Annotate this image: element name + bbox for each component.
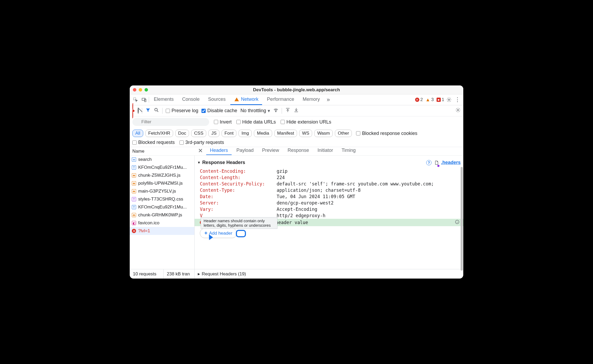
filter-pill-fetch[interactable]: Fetch/XHR — [145, 130, 173, 137]
network-settings-icon[interactable] — [455, 107, 461, 114]
highlight-annotation — [236, 230, 246, 237]
add-header-button[interactable]: + Add header — [200, 228, 237, 238]
filter-pill-other[interactable]: Other — [335, 130, 352, 137]
filter-pill-media[interactable]: Media — [254, 130, 272, 137]
response-header: Content-Length:224 — [195, 174, 463, 181]
throttling-select[interactable]: No throttling ▾ — [240, 108, 270, 114]
tab-memory[interactable]: Memory — [299, 94, 324, 105]
kebab-menu-icon[interactable]: ⋮ — [454, 96, 461, 103]
disable-cache-checkbox[interactable]: Disable cache — [201, 108, 237, 113]
console-warnings-count[interactable]: ▲3 — [425, 97, 434, 103]
filter-pill-font[interactable]: Font — [222, 130, 236, 137]
settings-gear-icon[interactable] — [445, 96, 453, 103]
filter-pill-manifest[interactable]: Manifest — [274, 130, 297, 137]
tab-console[interactable]: Console — [178, 94, 203, 105]
detail-tab-headers[interactable]: Headers — [206, 147, 232, 155]
status-requests: 10 requests — [130, 269, 164, 279]
filter-pill-ws[interactable]: WS — [299, 130, 312, 137]
svg-point-3 — [448, 99, 450, 101]
close-details-icon[interactable]: ✕ — [196, 147, 205, 155]
third-party-checkbox[interactable]: 3rd-party requests — [179, 140, 224, 145]
validation-tooltip: Header names should contain only letters… — [201, 217, 277, 229]
detail-tab-response[interactable]: Response — [284, 147, 313, 155]
blocked-cookies-checkbox[interactable]: Blocked response cookies — [356, 131, 417, 136]
request-row[interactable]: Tstyles-T73CSHRQ.css — [130, 195, 194, 203]
detail-tab-initiator[interactable]: Initiator — [314, 147, 337, 155]
request-headers-section[interactable]: Request Headers (19) — [195, 269, 463, 279]
column-headers: Name ✕ Headers Payload Preview Response … — [130, 147, 463, 156]
filter-input[interactable] — [132, 118, 209, 126]
hide-extension-urls-checkbox[interactable]: Hide extension URLs — [281, 119, 331, 125]
headers-override-link[interactable]: .headers — [434, 160, 461, 165]
preserve-log-checkbox[interactable]: Preserve log — [166, 108, 198, 113]
tab-elements[interactable]: Elements — [150, 94, 177, 105]
svg-point-5 — [276, 111, 276, 112]
device-toolbar-icon[interactable] — [140, 96, 148, 103]
filter-pill-css[interactable]: CSS — [191, 130, 206, 137]
filter-pill-img[interactable]: Img — [239, 130, 252, 137]
invert-checkbox[interactable]: Invert — [214, 119, 232, 125]
minimize-window[interactable] — [139, 88, 142, 92]
script-icon: ⬘ — [132, 189, 136, 193]
search-icon[interactable] — [154, 107, 159, 114]
request-row[interactable]: ≡search — [130, 156, 194, 163]
image-icon: ◐ — [132, 221, 136, 225]
status-transferred: 238 kB tran — [164, 269, 195, 279]
response-headers-section[interactable]: ▼ Response Headers ? .headers — [195, 159, 463, 168]
file-icon — [434, 160, 439, 165]
request-row[interactable]: TKFOmCnqEu92Fr1Mu... — [130, 163, 194, 171]
tab-sources[interactable]: Sources — [204, 94, 229, 105]
filter-pill-doc[interactable]: Doc — [175, 130, 189, 137]
request-row[interactable]: ⬘chunk-Z5WZJGHS.js — [130, 171, 194, 179]
inspect-element-icon[interactable] — [132, 96, 139, 103]
info-icon[interactable] — [455, 220, 460, 225]
zoom-window[interactable] — [145, 88, 148, 92]
record-button[interactable] — [132, 104, 134, 118]
stylesheet-icon: T — [132, 197, 136, 201]
blocked-requests-checkbox[interactable]: Blocked requests — [132, 140, 175, 145]
request-row[interactable]: ◐favicon.ico — [130, 219, 194, 227]
request-row[interactable]: ⬘polyfills-UPW4ZMSI.js — [130, 179, 194, 187]
detail-panel: ▼ Response Headers ? .headers Content-En… — [195, 156, 463, 269]
window-title: DevTools - bubble-jingle.web.app/search — [133, 87, 460, 93]
status-bar: 10 requests 238 kB tran Request Headers … — [130, 269, 463, 279]
request-row[interactable]: ⬘main-G3PZY5LV.js — [130, 187, 194, 195]
tab-performance[interactable]: Performance — [263, 94, 298, 105]
hide-data-urls-checkbox[interactable]: Hide data URLs — [236, 119, 276, 125]
filter-pill-wasm[interactable]: Wasm — [314, 130, 333, 137]
network-conditions-icon[interactable] — [273, 107, 278, 114]
detail-tab-payload[interactable]: Payload — [233, 147, 257, 155]
console-errors-count[interactable]: ✕2 — [415, 97, 423, 102]
request-row[interactable]: ✕?lvl=1 — [130, 227, 194, 235]
header-value-input[interactable]: header value — [276, 220, 461, 225]
detail-tab-timing[interactable]: Timing — [338, 147, 359, 155]
response-header: Server:deno/gcp-europe-west2 — [195, 200, 463, 206]
request-list: ≡search TKFOmCnqEu92Fr1Mu... ⬘chunk-Z5WZ… — [130, 156, 195, 269]
detail-tab-preview[interactable]: Preview — [258, 147, 283, 155]
export-har-icon[interactable] — [294, 107, 299, 114]
request-row[interactable]: ⬘chunk-GRHMK0WP.js — [130, 211, 194, 219]
script-icon: ⬘ — [132, 213, 136, 217]
script-icon: ⬘ — [132, 181, 136, 185]
svg-point-6 — [457, 110, 459, 111]
filter-toggle-icon[interactable] — [145, 107, 151, 114]
filter-bar: Invert Hide data URLs Hide extension URL… — [130, 116, 463, 147]
close-window[interactable] — [133, 88, 136, 92]
response-header: Content-Encoding:gzip — [195, 168, 463, 174]
more-tabs-icon[interactable]: » — [325, 96, 332, 103]
tab-network[interactable]: Network — [230, 94, 262, 105]
font-icon: T — [132, 165, 136, 170]
request-row[interactable]: TKFOmCnqEu92Fr1Mu... — [130, 203, 194, 211]
chevron-down-icon: ▾ — [268, 108, 270, 114]
import-har-icon[interactable] — [285, 107, 290, 114]
disclosure-triangle-icon: ▼ — [197, 161, 201, 165]
issues-count[interactable]: ■1 — [437, 97, 444, 102]
network-toolbar: Preserve log Disable cache No throttling… — [130, 105, 463, 116]
col-name-header[interactable]: Name — [130, 149, 195, 154]
clear-button[interactable] — [138, 108, 139, 113]
help-icon[interactable]: ? — [426, 160, 432, 165]
scrollbar[interactable] — [461, 167, 463, 271]
filter-pill-all[interactable]: All — [132, 130, 143, 137]
response-header: Vary:Accept-Encoding — [195, 206, 463, 212]
filter-pill-js[interactable]: JS — [208, 130, 219, 137]
